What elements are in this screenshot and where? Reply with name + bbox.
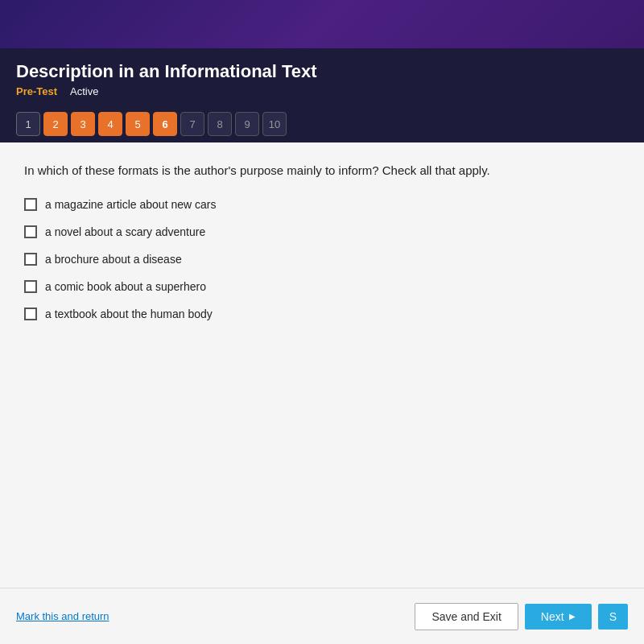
subtitle-row: Pre-Test Active	[16, 85, 628, 105]
pre-test-label: Pre-Test	[16, 85, 57, 97]
page-7: 7	[180, 112, 204, 136]
active-label: Active	[70, 85, 98, 97]
page-5[interactable]: 5	[126, 112, 150, 136]
checkbox-4[interactable]	[24, 280, 37, 293]
checkbox-1[interactable]	[24, 198, 37, 211]
page-title: Description in an Informational Text	[16, 58, 628, 82]
page-1[interactable]: 1	[16, 112, 40, 136]
page-4[interactable]: 4	[98, 112, 122, 136]
option-label-4: a comic book about a superhero	[45, 280, 206, 293]
page-2[interactable]: 2	[43, 112, 68, 136]
page-8: 8	[208, 112, 232, 136]
option-label-5: a textbook about the human body	[45, 308, 213, 320]
answer-option-2[interactable]: a novel about a scary adventure	[24, 225, 620, 238]
answer-option-1[interactable]: a magazine article about new cars	[24, 198, 620, 211]
option-label-1: a magazine article about new cars	[45, 198, 216, 211]
top-bar	[0, 0, 644, 48]
answer-option-5[interactable]: a textbook about the human body	[24, 308, 620, 320]
skip-button[interactable]: S	[598, 604, 628, 630]
checkbox-5[interactable]	[24, 308, 37, 320]
main-content: In which of these formats is the author'…	[0, 142, 644, 609]
option-label-2: a novel about a scary adventure	[45, 225, 205, 238]
next-button[interactable]: Next	[525, 604, 592, 630]
save-exit-button[interactable]: Save and Exit	[415, 603, 518, 630]
header-section: Description in an Informational Text Pre…	[0, 48, 644, 105]
page-3[interactable]: 3	[71, 112, 95, 136]
page-9: 9	[235, 112, 259, 136]
checkbox-2[interactable]	[24, 225, 37, 238]
mark-return-link[interactable]: Mark this and return	[16, 610, 109, 622]
pagination-row: 1 2 3 4 5 6 7 8 9 10	[0, 105, 644, 142]
footer: Mark this and return Save and Exit Next …	[0, 588, 644, 644]
answer-option-3[interactable]: a brochure about a disease	[24, 253, 620, 266]
answer-option-4[interactable]: a comic book about a superhero	[24, 280, 620, 293]
checkbox-3[interactable]	[24, 253, 37, 266]
option-label-3: a brochure about a disease	[45, 253, 182, 266]
footer-buttons: Save and Exit Next S	[415, 603, 628, 630]
question-text: In which of these formats is the author'…	[24, 162, 620, 180]
page-6[interactable]: 6	[153, 112, 177, 136]
page-10: 10	[262, 112, 287, 136]
